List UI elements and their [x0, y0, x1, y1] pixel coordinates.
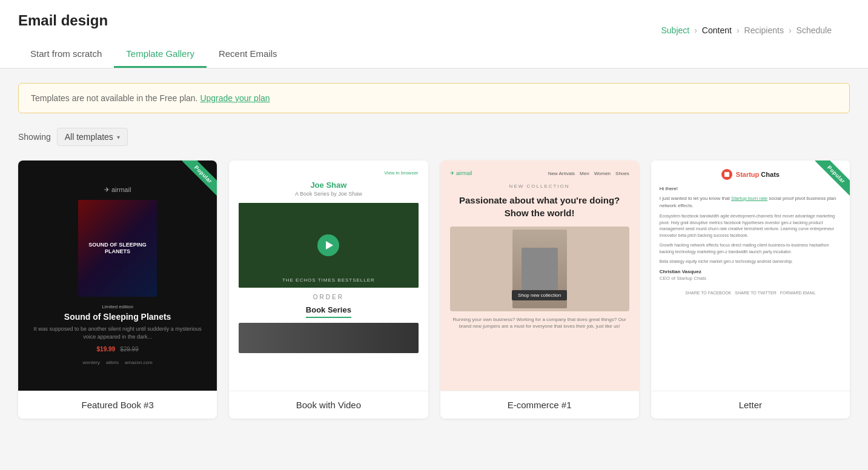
popular-badge-letter: Popular	[807, 161, 850, 203]
book3-prices: $19.99 $29.99	[97, 346, 139, 352]
template-label-bookvideo: Book with Video	[229, 391, 428, 419]
template-card-ecommerce-1[interactable]: ✈ airmail New Arrivals Men Women Shoes N…	[440, 161, 639, 419]
breadcrumb-sep-3: ›	[789, 25, 792, 35]
template-label-letter: Letter	[651, 391, 850, 419]
upgrade-link[interactable]: Upgrade your plan	[200, 93, 270, 103]
breadcrumb-sep-1: ›	[694, 25, 697, 35]
book3-store-logos: wordery alibris amazon.com	[83, 360, 153, 365]
filter-value: All templates	[65, 132, 113, 142]
ecomm-cta-button[interactable]: Shop new collection	[512, 290, 567, 300]
notice-text: Templates are not available in the Free …	[31, 93, 198, 103]
bookvideo-thumb	[239, 323, 418, 353]
letter-signature-title: CEO of Startup Chats	[660, 276, 841, 281]
book3-edition: Limited edition	[102, 304, 133, 309]
ecomm-nav-3: Women	[594, 171, 611, 176]
letter-fb[interactable]: SHARE TO FACEBOOK	[685, 291, 731, 295]
ecomm-desc: Running your own business? Working for a…	[450, 316, 629, 329]
letter-logo-icon	[721, 169, 732, 180]
ecomm-tshirt-graphic	[522, 248, 558, 290]
book3-title: Sound of Sleeping Planets	[64, 312, 171, 322]
ecomm-product-image: Shop new collection	[450, 227, 629, 311]
book3-price-sale: $19.99	[97, 346, 116, 352]
breadcrumb-schedule[interactable]: Schedule	[797, 25, 832, 35]
bookvideo-subtitle: A Book Series by Joe Shaw	[295, 191, 362, 197]
main-content: Templates are not available in the Free …	[0, 68, 868, 433]
tab-template-gallery[interactable]: Template Gallery	[114, 41, 207, 68]
book3-store2: alibris	[106, 360, 119, 365]
templates-grid: Popular ✈ airmail SOUND OF SLEEPING PLAN…	[18, 161, 850, 419]
tab-start-from-scratch[interactable]: Start from scratch	[18, 41, 114, 68]
breadcrumb-sep-2: ›	[737, 25, 740, 35]
bookvideo-view-link: View in browser	[384, 170, 418, 176]
template-preview-ecomm: ✈ airmail New Arrivals Men Women Shoes N…	[440, 161, 639, 391]
bookvideo-video-container: THE ECHOS TIMES BESTSELLER	[239, 203, 418, 288]
letter-more-body3: Beta strategy equity niche market gen-z …	[660, 259, 841, 265]
ecomm-nav-4: Shoes	[615, 171, 629, 176]
filter-label: Showing	[18, 132, 51, 142]
breadcrumb-subject[interactable]: Subject	[661, 25, 689, 35]
bookvideo-bestseller: THE ECHOS TIMES BESTSELLER	[244, 277, 413, 283]
letter-logo-suffix: Chats	[759, 171, 780, 178]
template-card-letter[interactable]: Popular Startup Chats Hi there! I just w…	[651, 161, 850, 419]
ecomm-new-collection: NEW COLLECTION	[509, 184, 570, 189]
letter-more-body: Ecosystem facebook bandwidth agile devel…	[660, 213, 841, 239]
book3-logo: ✈ airmail	[104, 186, 131, 194]
template-card-book-with-video[interactable]: View in browser Joe Shaw A Book Series b…	[229, 161, 428, 419]
filter-dropdown[interactable]: All templates ▾	[57, 128, 128, 146]
book3-store3: amazon.com	[125, 360, 153, 365]
template-card-featured-book-3[interactable]: Popular ✈ airmail SOUND OF SLEEPING PLAN…	[18, 161, 217, 419]
letter-tw[interactable]: SHARE TO TWITTER	[735, 291, 776, 295]
header-top: Email design Subject › Content › Recipie…	[18, 12, 850, 29]
popular-badge-label-letter: Popular	[815, 161, 850, 196]
breadcrumb-content[interactable]: Content	[702, 25, 732, 35]
book3-cover-text: SOUND OF SLEEPING PLANETS	[78, 237, 157, 260]
ecomm-logo: ✈ airmail	[450, 170, 472, 176]
letter-logo-text: Startup	[736, 171, 760, 178]
book3-cover: SOUND OF SLEEPING PLANETS	[78, 200, 157, 297]
template-label-ecomm: E-commerce #1	[440, 391, 639, 419]
breadcrumb-recipients[interactable]: Recipients	[744, 25, 784, 35]
notice-banner: Templates are not available in the Free …	[18, 83, 850, 113]
ecomm-nav-1: New Arrivals	[548, 171, 575, 176]
book3-price-orig: $29.99	[120, 346, 139, 352]
letter-more-body2: Growth hacking network effects focus dir…	[660, 242, 841, 255]
template-label-book3: Featured Book #3	[18, 391, 217, 419]
popular-badge-book3: Popular	[174, 161, 217, 203]
book3-desc: It was supposed to be another silent nig…	[30, 325, 205, 340]
filter-row: Showing All templates ▾	[18, 128, 850, 146]
letter-logo: Startup Chats	[736, 171, 780, 178]
ecomm-headline: Passionate about what you're doing? Show…	[450, 194, 629, 219]
template-preview-bookvideo: View in browser Joe Shaw A Book Series b…	[229, 161, 428, 391]
chevron-down-icon: ▾	[117, 134, 120, 141]
letter-signature-name: Christian Vasquez	[660, 269, 841, 274]
bookvideo-author: Joe Shaw	[310, 180, 346, 190]
header: Email design Subject › Content › Recipie…	[0, 0, 868, 68]
letter-body1: I just wanted to let you know that	[660, 196, 731, 201]
ecomm-nav: New Arrivals Men Women Shoes	[548, 171, 629, 176]
tab-recent-emails[interactable]: Recent Emails	[207, 41, 290, 68]
breadcrumb: Subject › Content › Recipients › Schedul…	[661, 25, 832, 35]
bookvideo-order: ORDER	[313, 294, 344, 300]
ecomm-header: ✈ airmail New Arrivals Men Women Shoes	[450, 170, 629, 176]
bookvideo-series-title: Book Series	[306, 305, 351, 318]
ecomm-nav-2: Men	[580, 171, 589, 176]
letter-social-links: SHARE TO FACEBOOK SHARE TO TWITTER FORWA…	[660, 291, 841, 295]
popular-badge-label: Popular	[182, 161, 217, 196]
letter-link[interactable]: Startup burn rate	[731, 196, 767, 201]
book3-store1: wordery	[83, 360, 100, 365]
tab-bar: Start from scratch Template Gallery Rece…	[18, 41, 850, 68]
letter-fwd[interactable]: FORWARD EMAIL	[780, 291, 816, 295]
